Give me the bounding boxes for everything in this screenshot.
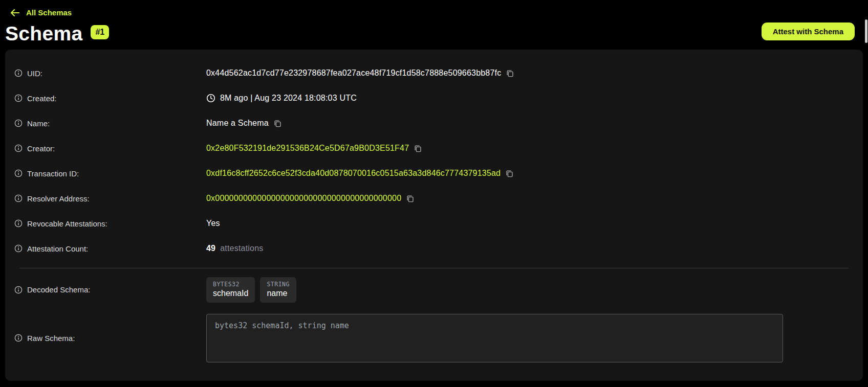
info-icon[interactable] [14,69,23,77]
name-value-group: Name a Schema [206,119,282,128]
creator-label: Creator: [27,144,55,153]
uid-value-group: 0x44d562ac1d7cd77e232978687fea027ace48f7… [206,69,514,78]
copy-icon[interactable] [414,144,422,153]
creator-value[interactable]: 0x2e80F532191de291536B24Ce5D67a9B0D3E51F… [206,144,409,153]
page-header: All Schemas Schema #1 Attest with Schema [0,0,868,49]
uid-label-group: UID: [14,69,206,78]
detail-row-uid: UID:0x44d562ac1d7cd77e232978687fea027ace… [5,61,863,86]
schema-field-chip: STRINGname [260,277,296,303]
attestation-count-value-group: 49attestations [206,244,263,253]
transaction-id-value-group: 0xdf16c8cff2652c6ce52f3cda40d0878070016c… [206,169,514,178]
back-to-all-schemas-link[interactable]: All Schemas [10,8,72,17]
decoded-schema-label: Decoded Schema: [27,285,90,294]
info-icon[interactable] [14,244,23,253]
revocable-attestations-label-group: Revocable Attestations: [14,219,206,228]
field-type: BYTES32 [213,281,248,288]
clock-icon [206,94,215,103]
arrow-left-icon [10,9,19,16]
info-icon[interactable] [14,119,23,127]
transaction-id-value[interactable]: 0xdf16c8cff2652c6ce52f3cda40d0878070016c… [206,169,501,178]
details-rows: UID:0x44d562ac1d7cd77e232978687fea027ace… [5,61,863,261]
resolver-address-label: Resolver Address: [27,194,90,203]
created-value-group: 8M ago | Aug 23 2024 18:08:03 UTC [206,94,357,103]
page-title: Schema [5,24,82,43]
copy-icon[interactable] [505,169,514,178]
attestation-count-label: Attestation Count: [27,244,88,253]
creator-value-group: 0x2e80F532191de291536B24Ce5D67a9B0D3E51F… [206,144,422,153]
title-row: Schema #1 [5,24,855,43]
info-icon[interactable] [14,219,23,227]
scrollbar-thumb[interactable] [865,19,867,43]
copy-icon[interactable] [273,119,282,128]
info-icon[interactable] [14,194,23,202]
revocable-attestations-value-group: Yes [206,219,220,228]
decoded-schema-row: Decoded Schema: BYTES32schemaIdSTRINGnam… [5,277,863,303]
back-link-label: All Schemas [26,8,72,17]
detail-row-creator: Creator:0x2e80F532191de291536B24Ce5D67a9… [5,136,863,161]
name-label-group: Name: [14,119,206,128]
attestation-count-label-group: Attestation Count: [14,244,206,253]
field-name: name [267,289,290,298]
info-icon[interactable] [14,144,23,152]
uid-label: UID: [27,69,42,78]
creator-label-group: Creator: [14,144,206,153]
uid-value: 0x44d562ac1d7cd77e232978687fea027ace48f7… [206,69,501,78]
attestation-count-value: 49 [206,244,215,253]
raw-schema-textarea[interactable]: bytes32 schemaId, string name [206,314,783,362]
detail-row-resolver-address: Resolver Address:0x000000000000000000000… [5,186,863,211]
info-icon[interactable] [14,286,23,294]
detail-row-created: Created:8M ago | Aug 23 2024 18:08:03 UT… [5,86,863,111]
copy-icon[interactable] [506,69,514,78]
detail-row-name: Name:Name a Schema [5,111,863,136]
created-value: 8M ago | Aug 23 2024 18:08:03 UTC [220,94,357,103]
name-label: Name: [27,119,50,128]
resolver-address-label-group: Resolver Address: [14,194,206,203]
copy-icon[interactable] [406,194,415,203]
created-label-group: Created: [14,94,206,103]
revocable-attestations-label: Revocable Attestations: [27,219,107,228]
attestation-count-suffix-link[interactable]: attestations [220,244,263,253]
attest-with-schema-button[interactable]: Attest with Schema [762,22,855,40]
transaction-id-label-group: Transaction ID: [14,169,206,178]
detail-row-transaction-id: Transaction ID:0xdf16c8cff2652c6ce52f3cd… [5,161,863,186]
resolver-address-value-group: 0x00000000000000000000000000000000000000… [206,194,415,203]
transaction-id-label: Transaction ID: [27,169,79,178]
schema-details-card: UID:0x44d562ac1d7cd77e232978687fea027ace… [5,50,863,381]
info-icon[interactable] [14,334,23,342]
detail-row-attestation-count: Attestation Count:49attestations [5,236,863,261]
decoded-schema-label-group: Decoded Schema: [14,285,206,294]
detail-row-revocable-attestations: Revocable Attestations:Yes [5,211,863,236]
info-icon[interactable] [14,94,23,102]
raw-schema-label: Raw Schema: [27,334,75,343]
decoded-schema-chips: BYTES32schemaIdSTRINGname [206,277,296,303]
created-label: Created: [27,94,57,103]
field-type: STRING [267,281,290,288]
section-divider [19,268,849,268]
field-name: schemaId [213,289,248,298]
raw-schema-label-group: Raw Schema: [14,334,206,343]
revocable-attestations-value: Yes [206,219,220,228]
name-value: Name a Schema [206,119,269,128]
info-icon[interactable] [14,169,23,177]
schema-field-chip: BYTES32schemaId [206,277,255,303]
schema-number-badge: #1 [91,25,109,39]
raw-schema-row: Raw Schema: bytes32 schemaId, string nam… [5,314,863,362]
resolver-address-value[interactable]: 0x00000000000000000000000000000000000000… [206,194,401,203]
